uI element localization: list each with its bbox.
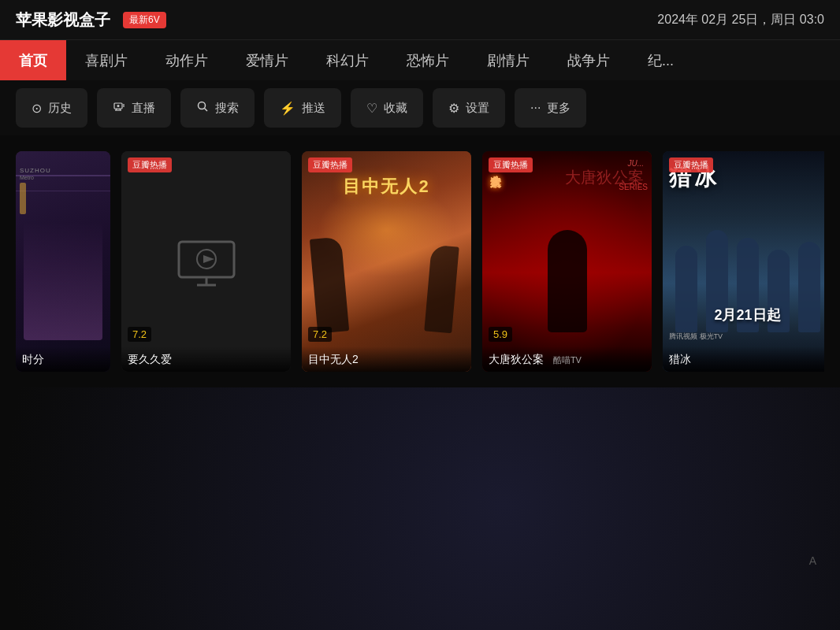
history-label: 历史 bbox=[48, 101, 72, 116]
card-inner-5: 猎冰 2月21日起 腾讯视频 极光TV 豆瓣热播 猎冰 bbox=[663, 151, 824, 372]
history-icon: ⊙ bbox=[32, 101, 42, 116]
more-label: 更多 bbox=[547, 101, 571, 116]
push-button[interactable]: ⚡ 推送 bbox=[264, 88, 341, 128]
nav-tabs: 首页 喜剧片 动作片 爱情片 科幻片 恐怖片 剧情片 战争片 纪... bbox=[0, 39, 840, 80]
card-title-3: 目中无人2 bbox=[302, 346, 471, 372]
header-left: 苹果影视盒子 最新6V bbox=[16, 9, 166, 31]
card-badge-4: 豆瓣热播 bbox=[489, 158, 533, 172]
card-title-5: 猎冰 bbox=[663, 346, 824, 372]
more-icon: ··· bbox=[530, 101, 541, 115]
search-icon bbox=[196, 100, 209, 116]
movie-card-liebing[interactable]: 猎冰 2月21日起 腾讯视频 极光TV 豆瓣热播 猎冰 bbox=[663, 151, 824, 372]
card-rating-2: 7.2 bbox=[128, 327, 151, 342]
new-badge: 最新6V bbox=[123, 12, 166, 28]
history-button[interactable]: ⊙ 历史 bbox=[16, 88, 87, 128]
nav-tab-war[interactable]: 战争片 bbox=[548, 40, 629, 81]
live-icon bbox=[113, 100, 125, 116]
live-button[interactable]: 直播 bbox=[97, 88, 171, 128]
footer-label: A bbox=[809, 554, 816, 567]
app-container: 苹果影视盒子 最新6V 2024年 02月 25日，周日 03:0 首页 喜剧片… bbox=[0, 0, 840, 630]
heart-icon: ♡ bbox=[366, 101, 377, 116]
nav-tab-romance[interactable]: 爱情片 bbox=[227, 40, 307, 81]
movie-card-yaojiujiu[interactable]: 豆瓣热播 7.2 要久久爱 bbox=[121, 151, 291, 372]
card-title-4: 大唐狄公案 酷喵TV bbox=[482, 346, 652, 372]
movie-card-shishi[interactable]: SUZHOU Metro 时分 bbox=[16, 151, 110, 372]
search-label: 搜索 bbox=[215, 101, 239, 116]
more-button[interactable]: ··· 更多 bbox=[515, 88, 586, 128]
svg-point-6 bbox=[199, 102, 206, 109]
settings-icon: ⚙ bbox=[448, 101, 459, 116]
search-button[interactable]: 搜索 bbox=[180, 88, 255, 128]
movie-card-muzhong[interactable]: 目中无人2 豆瓣热播 7.2 目中无人2 bbox=[302, 151, 471, 372]
card-title-1: 时分 bbox=[16, 346, 110, 372]
svg-point-5 bbox=[117, 105, 120, 107]
action-bar: ⊙ 历史 直播 搜索 bbox=[0, 80, 840, 135]
nav-tab-horror[interactable]: 恐怖片 bbox=[388, 40, 468, 81]
tv-icon-placeholder bbox=[175, 151, 238, 372]
movies-row: SUZHOU Metro 时分 bbox=[16, 151, 824, 372]
nav-tab-scifi[interactable]: 科幻片 bbox=[307, 40, 388, 81]
content-area: SUZHOU Metro 时分 bbox=[0, 135, 840, 387]
settings-label: 设置 bbox=[466, 101, 489, 116]
nav-tab-action[interactable]: 动作片 bbox=[147, 40, 227, 81]
nav-tab-home[interactable]: 首页 bbox=[0, 40, 66, 81]
movie-card-datang[interactable]: 大唐狄公案 JU... 大唐狄公案 SERIES 豆瓣热播 5.9 大唐狄公案 … bbox=[482, 151, 652, 372]
card-rating-3: 7.2 bbox=[308, 327, 332, 342]
push-icon: ⚡ bbox=[280, 101, 295, 116]
card-title-2: 要久久爱 bbox=[121, 346, 291, 372]
card-badge-5: 豆瓣热播 bbox=[669, 158, 713, 172]
app-logo: 苹果影视盒子 bbox=[16, 9, 110, 31]
card-badge-2: 豆瓣热播 bbox=[128, 158, 172, 172]
card-inner-2: 豆瓣热播 7.2 要久久爱 bbox=[121, 151, 291, 372]
header: 苹果影视盒子 最新6V 2024年 02月 25日，周日 03:0 bbox=[0, 0, 840, 39]
svg-marker-12 bbox=[203, 255, 214, 263]
header-time: 2024年 02月 25日，周日 03:0 bbox=[657, 12, 824, 28]
nav-tab-misc[interactable]: 纪... bbox=[629, 40, 693, 81]
nav-tab-comedy[interactable]: 喜剧片 bbox=[66, 40, 147, 81]
favorites-button[interactable]: ♡ 收藏 bbox=[351, 88, 423, 128]
favorites-label: 收藏 bbox=[384, 101, 407, 116]
card-inner-1: SUZHOU Metro 时分 bbox=[16, 151, 110, 372]
svg-line-7 bbox=[205, 109, 208, 112]
live-label: 直播 bbox=[132, 101, 155, 116]
settings-button[interactable]: ⚙ 设置 bbox=[433, 88, 505, 128]
card-sub-4: 酷喵TV bbox=[553, 355, 582, 365]
nav-tab-drama[interactable]: 剧情片 bbox=[468, 40, 548, 81]
push-label: 推送 bbox=[302, 101, 325, 116]
card-inner-3: 目中无人2 豆瓣热播 7.2 目中无人2 bbox=[302, 151, 471, 372]
card-inner-4: 大唐狄公案 JU... 大唐狄公案 SERIES 豆瓣热播 5.9 大唐狄公案 … bbox=[482, 151, 652, 372]
card-rating-4: 5.9 bbox=[489, 327, 512, 342]
card-badge-3: 豆瓣热播 bbox=[308, 158, 352, 172]
